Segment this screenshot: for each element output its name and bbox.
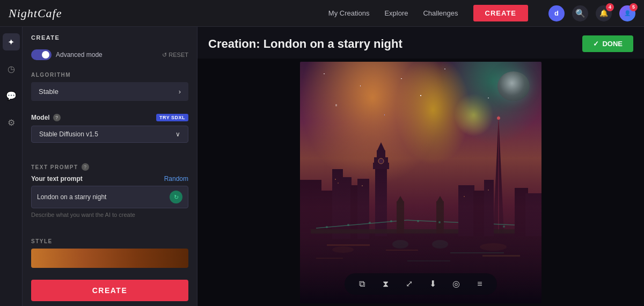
nav-create-button[interactable]: CREATE — [473, 5, 528, 21]
algorithm-section: ALGORITHM Stable › — [23, 72, 197, 114]
expand-toolbar-icon[interactable]: ⤢ — [402, 278, 415, 290]
history-icon: ◷ — [8, 64, 15, 74]
prompt-input-container[interactable]: London on a starry night ↻ — [31, 186, 188, 208]
settings-icon: ⚙ — [8, 118, 15, 128]
sidebar-icon-create[interactable]: ✦ — [3, 33, 20, 50]
text-prompt-section: TEXT PROMPT ? Your text prompt Random Lo… — [23, 163, 197, 233]
model-label-row: Model ? — [31, 114, 61, 121]
menu-toolbar-icon[interactable]: ≡ — [473, 278, 486, 290]
text-prompt-header: TEXT PROMPT ? — [31, 163, 188, 171]
style-label: STYLE — [31, 238, 188, 244]
nav-link-creations[interactable]: My Creations — [328, 9, 370, 17]
algorithm-selector[interactable]: Stable › — [31, 82, 188, 101]
image-container: ⧉ ⧗ ⤢ ⬇ ◎ ≡ — [197, 59, 644, 306]
nav-icon-group: d 🔍 🔔 4 👤 5 — [548, 5, 635, 21]
model-select[interactable]: Stable Diffusion v1.5 ∨ — [31, 126, 188, 143]
model-header: Model ? TRY SDXL — [31, 114, 188, 121]
create-icon: ✦ — [8, 37, 14, 47]
check-icon: ✓ — [593, 40, 599, 48]
sidebar-icon-history[interactable]: ◷ — [3, 60, 20, 77]
sidebar-icon-chat[interactable]: 💬 — [3, 87, 20, 104]
toggle-row: Advanced mode — [31, 49, 103, 60]
icon-sidebar: ✦ ◷ 💬 ⚙ — [0, 27, 23, 306]
text-prompt-label: TEXT PROMPT — [31, 164, 78, 170]
algorithm-value: Stable — [39, 88, 58, 96]
done-label: DONE — [602, 40, 623, 48]
create-btn-container: CREATE — [23, 274, 197, 303]
nav-link-explore[interactable]: Explore — [384, 9, 408, 17]
refresh-icon: ↻ — [174, 194, 179, 201]
free-generation-label: Free Generation — [23, 303, 197, 306]
sidebar-create-label: CREATE — [31, 34, 60, 41]
chat-icon: 💬 — [6, 91, 17, 101]
nav-links: My Creations Explore Challenges CREATE d… — [328, 5, 635, 21]
user-avatar[interactable]: 👤 5 — [619, 5, 635, 21]
your-prompt-label: Your text prompt — [31, 175, 83, 183]
avatar-label: 👤 — [624, 10, 631, 16]
chevron-down-icon: ∨ — [175, 130, 180, 138]
notifications-button[interactable]: 🔔 4 — [596, 5, 612, 21]
prompt-refresh-button[interactable]: ↻ — [170, 191, 182, 203]
page-title: Creation: London on a starry night — [208, 37, 402, 51]
hourglass-toolbar-icon[interactable]: ⧗ — [379, 278, 392, 290]
sidebar-panel: CREATE Advanced mode ↺ RESET ALGORITHM S… — [23, 27, 197, 306]
random-link[interactable]: Random — [164, 175, 188, 183]
style-preview[interactable] — [31, 249, 188, 268]
reset-button[interactable]: ↺ RESET — [162, 52, 188, 59]
toggle-knob — [42, 51, 49, 59]
try-sdxl-badge[interactable]: TRY SDXL — [156, 114, 188, 121]
model-value: Stable Diffusion v1.5 — [39, 130, 98, 138]
sidebar-icon-settings[interactable]: ⚙ — [3, 114, 20, 131]
prompt-text-value: London on a starry night — [37, 193, 170, 201]
image-toolbar: ⧉ ⧗ ⤢ ⬇ ◎ ≡ — [345, 273, 497, 295]
svg-rect-52 — [300, 62, 541, 303]
advanced-mode-label: Advanced mode — [56, 51, 103, 59]
city-svg — [300, 62, 541, 303]
model-label: Model — [31, 114, 50, 121]
text-prompt-help-icon[interactable]: ? — [82, 163, 89, 171]
copy-toolbar-icon[interactable]: ⧉ — [355, 278, 368, 290]
discord-button[interactable]: d — [548, 5, 565, 21]
your-prompt-row: Your text prompt Random — [31, 175, 188, 183]
main-area: ✦ ◷ 💬 ⚙ CREATE Advanced mode ↺ RESET — [0, 27, 644, 306]
create-button[interactable]: CREATE — [31, 280, 188, 301]
avatar-badge: 5 — [630, 3, 638, 11]
notification-badge: 4 — [606, 3, 614, 11]
model-help-icon[interactable]: ? — [53, 114, 61, 121]
download-toolbar-icon[interactable]: ⬇ — [426, 278, 439, 290]
advanced-mode-row: Advanced mode ↺ RESET — [23, 45, 197, 67]
bell-icon: 🔔 — [599, 9, 608, 17]
sidebar-header: CREATE — [23, 27, 197, 45]
content-header: Creation: London on a starry night ✓ DON… — [197, 27, 644, 59]
advanced-mode-toggle[interactable] — [31, 49, 52, 60]
chevron-right-icon: › — [179, 88, 181, 96]
prompt-placeholder: Describe what you want the AI to create — [31, 212, 188, 218]
top-nav: NightCafe My Creations Explore Challenge… — [0, 0, 644, 27]
app-logo: NightCafe — [9, 6, 62, 20]
style-section: STYLE — [23, 238, 197, 274]
model-section: Model ? TRY SDXL Stable Diffusion v1.5 ∨ — [23, 114, 197, 158]
done-button[interactable]: ✓ DONE — [582, 35, 633, 52]
generated-image: ⧉ ⧗ ⤢ ⬇ ◎ ≡ — [300, 62, 541, 303]
search-button[interactable]: 🔍 — [572, 5, 588, 21]
nav-link-challenges[interactable]: Challenges — [423, 9, 458, 17]
content-area: Creation: London on a starry night ✓ DON… — [197, 27, 644, 306]
discord-icon: d — [554, 9, 559, 17]
search-icon: 🔍 — [575, 9, 586, 18]
target-toolbar-icon[interactable]: ◎ — [450, 278, 463, 290]
algorithm-label: ALGORITHM — [31, 72, 188, 78]
